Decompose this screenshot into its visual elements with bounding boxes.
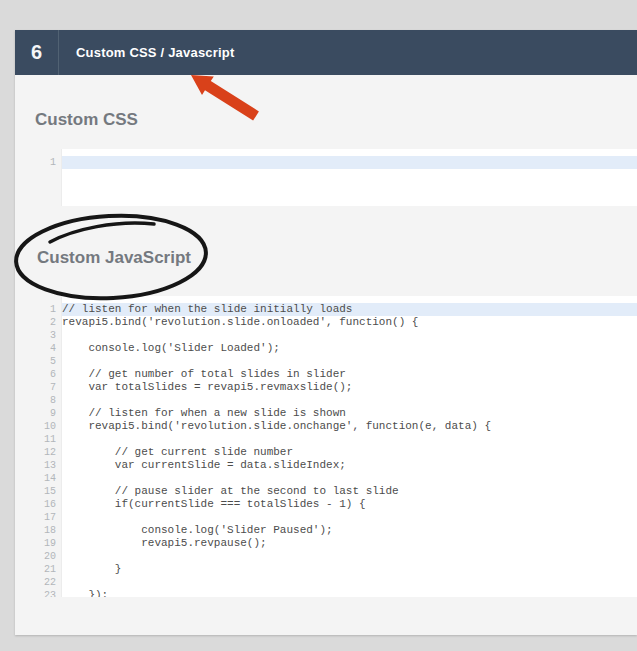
code-line[interactable]	[62, 511, 637, 524]
line-number: 2	[40, 316, 56, 329]
line-number: 16	[40, 498, 56, 511]
section-header[interactable]: 6 Custom CSS / Javascript	[15, 30, 637, 75]
line-number: 4	[40, 342, 56, 355]
custom-js-heading: Custom JavaScript	[37, 248, 191, 268]
code-line[interactable]: // get number of total slides in slider	[62, 368, 637, 381]
line-number: 7	[40, 381, 56, 394]
line-number: 1	[40, 156, 56, 169]
code-line[interactable]: }	[62, 563, 637, 576]
step-number: 6	[15, 30, 59, 75]
code-line[interactable]	[62, 550, 637, 563]
custom-css-editor[interactable]: 1	[40, 149, 637, 206]
code-line[interactable]: revapi5.bind('revolution.slide.onloaded'…	[62, 316, 637, 329]
code-line[interactable]: console.log('Slider Paused');	[62, 524, 637, 537]
code-line[interactable]	[62, 394, 637, 407]
code-line[interactable]: var totalSlides = revapi5.revmaxslide();	[62, 381, 637, 394]
code-line[interactable]: // listen for when the slide initially l…	[62, 303, 637, 316]
line-number: 6	[40, 368, 56, 381]
code-line[interactable]: // pause slider at the second to last sl…	[62, 485, 637, 498]
code-line[interactable]: // get current slide number	[62, 446, 637, 459]
code-line[interactable]	[62, 472, 637, 485]
line-number: 22	[40, 576, 56, 589]
line-number: 17	[40, 511, 56, 524]
code-lines[interactable]: // listen for when the slide initially l…	[62, 296, 637, 597]
code-line[interactable]: console.log('Slider Loaded');	[62, 342, 637, 355]
code-line[interactable]	[62, 329, 637, 342]
line-gutter: 1	[40, 149, 62, 206]
code-line[interactable]: });	[62, 589, 637, 597]
line-number: 12	[40, 446, 56, 459]
line-gutter: 1234567891011121314151617181920212223	[40, 296, 62, 597]
code-line[interactable]: if(currentSlide === totalSlides - 1) {	[62, 498, 637, 511]
code-line[interactable]	[62, 355, 637, 368]
line-number: 21	[40, 563, 56, 576]
line-number: 5	[40, 355, 56, 368]
code-lines[interactable]	[62, 149, 637, 206]
custom-css-heading: Custom CSS	[35, 110, 138, 130]
line-number: 18	[40, 524, 56, 537]
section-title: Custom CSS / Javascript	[59, 30, 235, 75]
line-number: 9	[40, 407, 56, 420]
line-number: 10	[40, 420, 56, 433]
line-number: 8	[40, 394, 56, 407]
code-line[interactable]	[62, 433, 637, 446]
code-line[interactable]	[62, 156, 637, 169]
custom-js-editor[interactable]: 1234567891011121314151617181920212223 //…	[40, 296, 637, 597]
line-number: 19	[40, 537, 56, 550]
settings-panel: 6 Custom CSS / Javascript Custom CSS 1 C…	[15, 30, 637, 635]
line-number: 1	[40, 303, 56, 316]
line-number: 15	[40, 485, 56, 498]
line-number: 23	[40, 589, 56, 597]
code-line[interactable]	[62, 576, 637, 589]
line-number: 13	[40, 459, 56, 472]
line-number: 3	[40, 329, 56, 342]
code-line[interactable]: revapi5.revpause();	[62, 537, 637, 550]
code-line[interactable]: // listen for when a new slide is shown	[62, 407, 637, 420]
line-number: 11	[40, 433, 56, 446]
code-line[interactable]: revapi5.bind('revolution.slide.onchange'…	[62, 420, 637, 433]
line-number: 14	[40, 472, 56, 485]
line-number: 20	[40, 550, 56, 563]
code-line[interactable]: var currentSlide = data.slideIndex;	[62, 459, 637, 472]
